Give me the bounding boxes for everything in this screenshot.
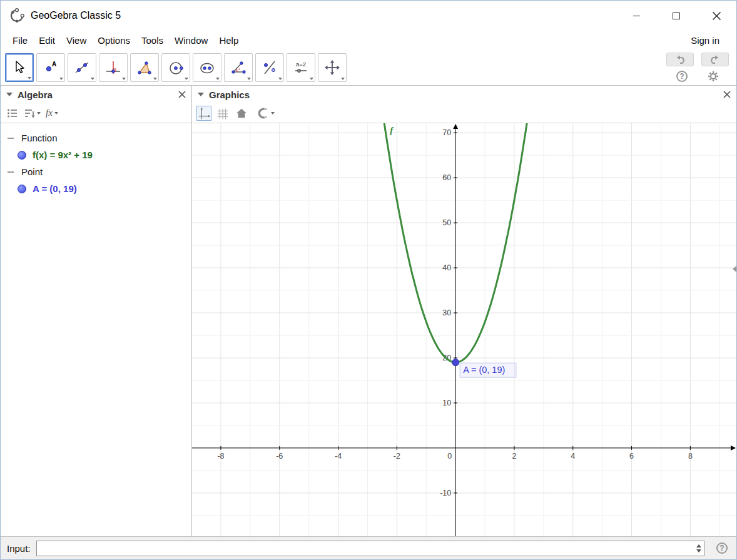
algebra-collapse-icon[interactable] xyxy=(6,93,13,96)
sign-in-link[interactable]: Sign in xyxy=(685,33,725,48)
graphics-canvas[interactable]: -8-6-4-20246870605040302010-10fA = (0, 1… xyxy=(192,123,736,536)
chevron-up-icon xyxy=(696,544,701,547)
tool-circle-with-center[interactable] xyxy=(161,53,190,82)
tool-dropdown-icon[interactable] xyxy=(278,78,282,80)
svg-text:-8: -8 xyxy=(217,452,224,461)
algebra-style-button[interactable]: fx xyxy=(44,106,59,121)
tool-dropdown-icon[interactable] xyxy=(122,78,126,80)
tool-dropdown-icon[interactable] xyxy=(59,78,63,80)
algebra-item-row: A = (0, 19) xyxy=(1,180,191,197)
visibility-marble[interactable] xyxy=(18,185,26,193)
tool-dropdown-icon[interactable] xyxy=(153,78,157,80)
tool-line[interactable] xyxy=(68,53,96,82)
point-capturing-button[interactable] xyxy=(257,106,275,121)
svg-text:A = (0, 19): A = (0, 19) xyxy=(463,365,505,375)
sort-icon xyxy=(24,108,35,119)
close-icon xyxy=(178,91,186,98)
undo-button[interactable] xyxy=(666,53,694,66)
undo-icon xyxy=(674,54,686,64)
redo-icon xyxy=(709,54,721,64)
tool-dropdown-icon[interactable] xyxy=(341,78,345,80)
tool-move-graphics-view[interactable] xyxy=(318,53,347,82)
input-history-spinner[interactable] xyxy=(696,541,701,556)
tool-dropdown-icon[interactable] xyxy=(91,78,94,80)
tool-dropdown-icon[interactable] xyxy=(28,77,31,79)
tool-dropdown-icon[interactable] xyxy=(185,78,188,80)
algebra-header: Algebra xyxy=(1,86,191,103)
tool-perpendicular-line[interactable] xyxy=(99,53,128,82)
close-icon xyxy=(723,91,731,98)
maximize-button[interactable] xyxy=(656,1,696,31)
svg-text:-4: -4 xyxy=(335,452,342,461)
graphics-style-bar xyxy=(192,103,736,123)
reflect-tool-icon xyxy=(262,59,278,76)
visibility-marble[interactable] xyxy=(18,151,26,160)
svg-text:8: 8 xyxy=(688,452,693,461)
window-title: GeoGebra Classic 5 xyxy=(31,10,121,21)
graphics-view[interactable]: -8-6-4-20246870605040302010-10fA = (0, 1… xyxy=(192,123,736,536)
slider-tool-icon: a=2 xyxy=(293,59,309,76)
algebra-close-button[interactable] xyxy=(178,91,186,98)
chevron-down-icon xyxy=(54,112,58,115)
svg-text:2: 2 xyxy=(512,452,516,461)
point-capturing-magnet-icon xyxy=(257,106,269,120)
help-button[interactable]: ? xyxy=(676,71,688,82)
graphics-title: Graphics xyxy=(209,89,250,100)
svg-text:30: 30 xyxy=(442,308,451,317)
svg-text:0: 0 xyxy=(447,452,452,461)
home-view-button[interactable] xyxy=(234,106,249,121)
toggle-axes-button[interactable] xyxy=(196,106,211,121)
move-cursor-icon xyxy=(11,59,28,76)
svg-text:f: f xyxy=(390,125,394,135)
algebra-item-row: f(x) = 9x² + 19 xyxy=(1,146,191,163)
menu-help[interactable]: Help xyxy=(213,33,244,48)
point-tool-letter: A xyxy=(52,61,56,68)
algebra-group-point: Point xyxy=(1,163,191,180)
algebra-tree: Function f(x) = 9x² + 19 Point A = (0, 1… xyxy=(1,123,191,197)
auxiliary-objects-button[interactable] xyxy=(5,106,20,121)
tool-ellipse[interactable] xyxy=(193,53,221,82)
circle-tool-icon xyxy=(168,59,184,76)
tool-dropdown-icon[interactable] xyxy=(247,78,251,80)
move-graphics-icon xyxy=(324,59,340,76)
tool-dropdown-icon[interactable] xyxy=(216,78,220,80)
tool-reflect-about-line[interactable] xyxy=(255,53,284,82)
minimize-button[interactable] xyxy=(616,1,656,31)
collapse-function-icon[interactable] xyxy=(8,135,14,141)
tool-move[interactable] xyxy=(5,53,34,82)
collapse-point-icon[interactable] xyxy=(8,169,14,175)
input-field-wrap xyxy=(36,541,704,556)
chevron-down-icon xyxy=(37,112,41,115)
command-input[interactable] xyxy=(37,541,704,556)
input-help-button[interactable]: ? xyxy=(716,542,728,554)
tool-point[interactable]: A xyxy=(36,53,65,82)
tool-slider[interactable]: a=2 xyxy=(287,53,315,82)
menu-tools[interactable]: Tools xyxy=(136,33,169,48)
tool-polygon[interactable] xyxy=(130,53,159,82)
menu-edit[interactable]: Edit xyxy=(33,33,61,48)
close-button[interactable] xyxy=(696,1,736,31)
algebra-item-function[interactable]: f(x) = 9x² + 19 xyxy=(33,150,93,160)
auxiliary-objects-icon xyxy=(7,108,18,119)
svg-text:6: 6 xyxy=(629,452,634,461)
tool-dropdown-icon[interactable] xyxy=(310,78,313,80)
sort-objects-button[interactable] xyxy=(24,106,41,121)
toolbar: A xyxy=(1,49,736,86)
input-label: Input: xyxy=(7,543,31,554)
menu-file[interactable]: File xyxy=(7,33,33,48)
graphics-close-button[interactable] xyxy=(723,91,731,98)
toggle-grid-button[interactable] xyxy=(215,106,230,121)
tool-angle[interactable] xyxy=(224,53,253,82)
grid-icon xyxy=(216,106,230,120)
collapse-panel-arrow-icon[interactable] xyxy=(733,266,736,272)
perpendicular-line-tool-icon xyxy=(105,59,121,76)
menu-view[interactable]: View xyxy=(61,33,92,48)
gear-icon[interactable] xyxy=(708,71,719,82)
algebra-item-point[interactable]: A = (0, 19) xyxy=(33,183,77,194)
redo-button[interactable] xyxy=(701,53,729,66)
menu-window[interactable]: Window xyxy=(169,33,213,48)
svg-text:-10: -10 xyxy=(440,489,451,497)
menu-options[interactable]: Options xyxy=(92,33,136,48)
graphics-collapse-icon[interactable] xyxy=(198,93,204,96)
point-tool-icon: A xyxy=(43,59,59,76)
